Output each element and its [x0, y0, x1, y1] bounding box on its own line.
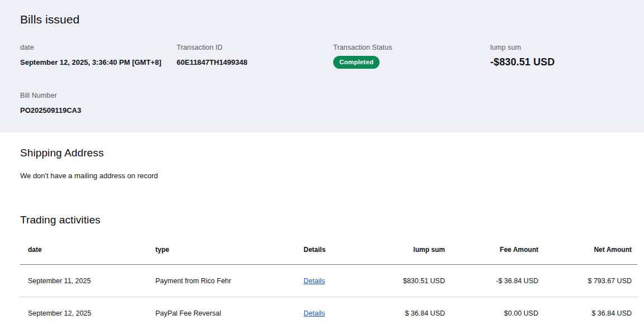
shipping-address-message: We don't have a mailing address on recor… [20, 171, 624, 180]
trading-activities-table: date type Details lump sum Fee Amount Ne… [20, 246, 637, 329]
cell-lump-sum: $830.51 USD [387, 265, 445, 297]
cell-details: Details [304, 297, 387, 329]
cell-type: Payment from Rico Fehr [155, 265, 304, 297]
column-header-type: type [155, 246, 304, 265]
table-header-row: date type Details lump sum Fee Amount Ne… [20, 246, 637, 265]
field-bill-number-label: Bill Number [20, 92, 624, 99]
column-header-net-amount: Net Amount [538, 246, 637, 265]
trading-activities-heading: Trading activities [20, 214, 624, 226]
column-header-lump-sum: lump sum [387, 246, 445, 265]
cell-date: September 12, 2025 [20, 297, 155, 329]
status-badge: Completed [333, 56, 380, 69]
cell-fee-amount: -$ 36.84 USD [445, 265, 538, 297]
trading-activities-section: Trading activities [0, 214, 644, 226]
page-title: Bills issued [20, 13, 624, 26]
table-row: September 11, 2025 Payment from Rico Feh… [20, 265, 637, 297]
field-date-label: date [20, 44, 177, 51]
summary-fields-row-1: date September 12, 2025, 3:36:40 PM [GMT… [20, 44, 624, 69]
column-header-date: date [20, 246, 155, 265]
field-transaction-id: Transaction ID 60E11847TH1499348 [177, 44, 333, 69]
field-transaction-status: Transaction Status Completed [333, 44, 490, 69]
table-row: September 12, 2025 PayPal Fee Reversal D… [20, 297, 637, 329]
cell-net-amount: $ 793.67 USD [538, 265, 637, 297]
field-lump-sum-value: -$830.51 USD [490, 56, 624, 68]
cell-type: PayPal Fee Reversal [155, 297, 304, 329]
field-lump-sum-label: lump sum [490, 44, 624, 51]
cell-fee-amount: $0.00 USD [445, 297, 538, 329]
cell-net-amount: $ 36.84 USD [538, 297, 637, 329]
cell-lump-sum: $ 36.84 USD [387, 297, 445, 329]
shipping-address-section: Shipping Address We don't have a mailing… [0, 132, 644, 180]
cell-details: Details [304, 265, 387, 297]
field-date: date September 12, 2025, 3:36:40 PM [GMT… [20, 44, 177, 69]
cell-date: September 11, 2025 [20, 265, 155, 297]
field-transaction-status-label: Transaction Status [333, 44, 490, 51]
field-transaction-id-value: 60E11847TH1499348 [177, 58, 333, 66]
shipping-address-heading: Shipping Address [20, 147, 624, 159]
column-header-details: Details [304, 246, 387, 265]
column-header-fee-amount: Fee Amount [445, 246, 538, 265]
bill-summary-panel: Bills issued date September 12, 2025, 3:… [0, 0, 644, 132]
field-bill-number: Bill Number PO202509119CA3 [20, 92, 624, 115]
field-bill-number-value: PO202509119CA3 [20, 106, 624, 115]
field-lump-sum: lump sum -$830.51 USD [490, 44, 624, 69]
details-link[interactable]: Details [304, 277, 325, 285]
summary-fields-row-2: Bill Number PO202509119CA3 [20, 92, 624, 115]
field-transaction-id-label: Transaction ID [177, 44, 333, 51]
details-link[interactable]: Details [304, 309, 325, 317]
field-date-value: September 12, 2025, 3:36:40 PM [GMT+8] [20, 58, 177, 66]
